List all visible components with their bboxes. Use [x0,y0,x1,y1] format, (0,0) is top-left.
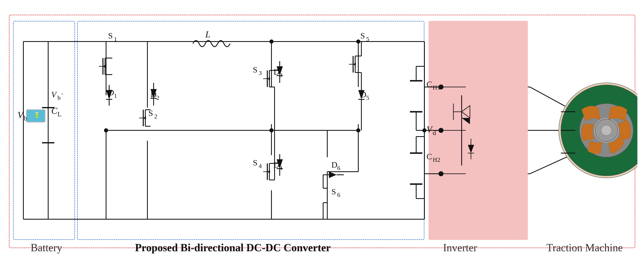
diagram-wrapper: 🔋 V b C L V b ' S 1 [7,8,638,261]
svg-text:V: V [426,124,433,134]
label-inverter: Inverter [443,242,477,254]
svg-text:5: 5 [366,35,369,42]
main-container: 🔋 V b C L V b ' S 1 [0,0,644,269]
circuit-diagram: 🔋 V b C L V b ' S 1 [7,8,638,261]
svg-text:1: 1 [114,35,117,42]
label-battery: Battery [30,242,62,254]
svg-marker-165 [462,118,470,124]
svg-marker-166 [468,145,474,153]
svg-text:6: 6 [337,164,340,171]
svg-text:S: S [360,31,365,40]
svg-point-198 [356,39,360,44]
svg-text:L: L [58,110,62,118]
svg-text:2: 2 [154,113,157,120]
svg-marker-126 [329,172,336,178]
label-converter: Proposed Bi-directional DC-DC Converter [135,242,331,254]
svg-marker-164 [462,106,470,118]
svg-text:5: 5 [366,94,369,101]
svg-text:C: C [426,152,432,161]
svg-text:H2: H2 [433,156,440,163]
label-traction: Traction Machine [546,242,623,254]
svg-text:L: L [205,29,210,39]
svg-point-193 [104,128,108,132]
svg-text:2: 2 [156,94,160,101]
svg-text:S: S [108,31,113,40]
svg-point-196 [422,128,426,132]
svg-point-195 [356,128,360,132]
svg-text:b: b [58,94,60,101]
svg-text:S: S [253,65,258,74]
svg-text:b: b [24,114,27,122]
svg-text:1: 1 [114,92,117,99]
svg-text:🔋: 🔋 [33,112,40,118]
svg-text:D: D [332,160,338,169]
svg-text:V: V [51,90,57,99]
svg-text:S: S [253,158,258,167]
svg-text:': ' [62,92,63,99]
svg-text:6: 6 [337,191,340,198]
svg-point-197 [270,39,274,44]
svg-text:4: 4 [259,162,262,169]
svg-text:S: S [332,187,336,196]
svg-point-183 [601,125,612,136]
svg-text:3: 3 [259,69,262,76]
svg-text:C: C [426,79,432,89]
svg-point-194 [270,128,274,132]
